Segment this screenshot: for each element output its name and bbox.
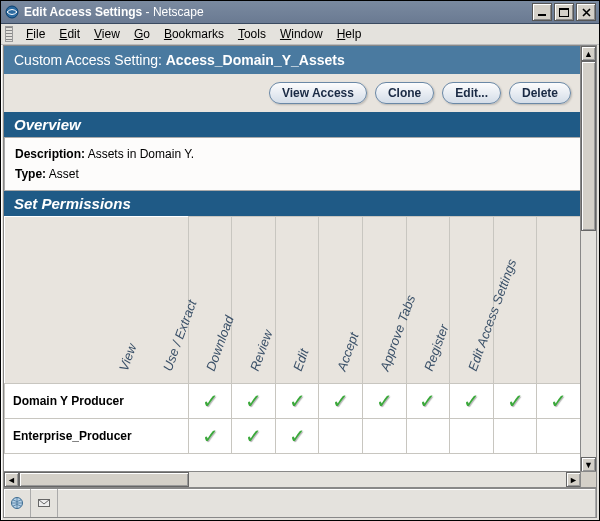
checkmark-icon: ✓ bbox=[202, 390, 219, 412]
perm-cell bbox=[537, 419, 581, 454]
window-buttons bbox=[532, 3, 596, 21]
perm-cell: ✓ bbox=[319, 384, 363, 419]
close-button[interactable] bbox=[576, 3, 596, 21]
checkmark-icon: ✓ bbox=[289, 390, 306, 412]
perm-row-name: Domain Y Producer bbox=[5, 384, 189, 419]
scroll-left-arrow[interactable]: ◄ bbox=[4, 472, 19, 487]
description-label: Description: bbox=[15, 147, 85, 161]
perm-cell: ✓ bbox=[275, 419, 319, 454]
mail-icon bbox=[37, 496, 51, 510]
edit-button[interactable]: Edit... bbox=[442, 82, 501, 104]
svg-rect-3 bbox=[559, 8, 569, 10]
scroll-down-arrow[interactable]: ▼ bbox=[581, 457, 596, 472]
window-title-text: Edit Access Settings bbox=[24, 5, 142, 19]
netscape-icon bbox=[5, 5, 19, 19]
checkmark-icon: ✓ bbox=[245, 425, 262, 447]
menu-edit[interactable]: Edit bbox=[52, 26, 87, 42]
menu-view[interactable]: View bbox=[87, 26, 127, 42]
type-label: Type: bbox=[15, 167, 46, 181]
page-header-label: Custom Access Setting: bbox=[14, 52, 166, 68]
status-cell-wide bbox=[58, 489, 596, 517]
action-button-row: View Access Clone Edit... Delete bbox=[4, 74, 581, 112]
perm-cell bbox=[493, 419, 537, 454]
horizontal-scrollbar[interactable]: ◄ ► bbox=[4, 471, 581, 487]
titlebar: Edit Access Settings - Netscape bbox=[1, 1, 599, 24]
svg-rect-1 bbox=[538, 14, 546, 16]
perm-col-edit-access-settings: Edit Access Settings bbox=[537, 217, 581, 384]
permissions-table: ViewUse / ExtractDownloadReviewEditAccep… bbox=[4, 216, 581, 454]
window-title: Edit Access Settings - Netscape bbox=[24, 5, 204, 19]
overview-description-row: Description: Assets in Domain Y. bbox=[15, 144, 570, 164]
scroll-corner bbox=[580, 471, 596, 487]
vscroll-thumb[interactable] bbox=[581, 61, 596, 231]
maximize-button[interactable] bbox=[554, 3, 574, 21]
view-access-button[interactable]: View Access bbox=[269, 82, 367, 104]
perm-cell bbox=[363, 419, 407, 454]
checkmark-icon: ✓ bbox=[245, 390, 262, 412]
checkmark-icon: ✓ bbox=[507, 390, 524, 412]
menu-bookmarks[interactable]: Bookmarks bbox=[157, 26, 231, 42]
minimize-button[interactable] bbox=[532, 3, 552, 21]
content-area: Custom Access Setting: Access_Domain_Y_A… bbox=[3, 45, 597, 488]
svg-point-0 bbox=[6, 6, 18, 18]
set-permissions-header: Set Permissions bbox=[4, 191, 581, 216]
perm-row-name: Enterprise_Producer bbox=[5, 419, 189, 454]
globe-icon bbox=[10, 496, 24, 510]
menubar: FileEditViewGoBookmarksToolsWindowHelp bbox=[1, 24, 599, 45]
checkmark-icon: ✓ bbox=[550, 390, 567, 412]
hscroll-thumb[interactable] bbox=[19, 472, 189, 487]
checkmark-icon: ✓ bbox=[332, 390, 349, 412]
perm-cell bbox=[406, 419, 450, 454]
checkmark-icon: ✓ bbox=[463, 390, 480, 412]
description-value: Assets in Domain Y. bbox=[85, 147, 194, 161]
checkmark-icon: ✓ bbox=[419, 390, 436, 412]
perm-cell: ✓ bbox=[450, 384, 494, 419]
table-row: Enterprise_Producer✓✓✓ bbox=[5, 419, 581, 454]
status-cell-1 bbox=[4, 489, 31, 517]
perm-cell: ✓ bbox=[493, 384, 537, 419]
overview-type-row: Type: Asset bbox=[15, 164, 570, 184]
overview-box: Description: Assets in Domain Y. Type: A… bbox=[4, 137, 581, 191]
menubar-grip[interactable] bbox=[5, 26, 13, 42]
checkmark-icon: ✓ bbox=[202, 425, 219, 447]
statusbar bbox=[3, 488, 597, 518]
perm-cell: ✓ bbox=[188, 419, 232, 454]
perm-cell: ✓ bbox=[188, 384, 232, 419]
table-row: Domain Y Producer✓✓✓✓✓✓✓✓✓ bbox=[5, 384, 581, 419]
perm-cell: ✓ bbox=[537, 384, 581, 419]
menu-file[interactable]: File bbox=[19, 26, 52, 42]
clone-button[interactable]: Clone bbox=[375, 82, 434, 104]
menu-window[interactable]: Window bbox=[273, 26, 330, 42]
window-app-name: - Netscape bbox=[142, 5, 203, 19]
perm-cell bbox=[319, 419, 363, 454]
perm-cell: ✓ bbox=[275, 384, 319, 419]
type-value: Asset bbox=[46, 167, 79, 181]
menu-tools[interactable]: Tools bbox=[231, 26, 273, 42]
delete-button[interactable]: Delete bbox=[509, 82, 571, 104]
scroll-up-arrow[interactable]: ▲ bbox=[581, 46, 596, 61]
perm-cell bbox=[450, 419, 494, 454]
app-window: Edit Access Settings - Netscape FileEdit… bbox=[0, 0, 600, 521]
perm-cell: ✓ bbox=[232, 384, 276, 419]
status-cell-2 bbox=[31, 489, 58, 517]
checkmark-icon: ✓ bbox=[289, 425, 306, 447]
perm-cell: ✓ bbox=[363, 384, 407, 419]
perm-cell: ✓ bbox=[232, 419, 276, 454]
checkmark-icon: ✓ bbox=[376, 390, 393, 412]
menu-help[interactable]: Help bbox=[330, 26, 369, 42]
perm-cell: ✓ bbox=[406, 384, 450, 419]
overview-header: Overview bbox=[4, 112, 581, 137]
menu-go[interactable]: Go bbox=[127, 26, 157, 42]
content-inner: Custom Access Setting: Access_Domain_Y_A… bbox=[4, 46, 581, 472]
vertical-scrollbar[interactable]: ▲ ▼ bbox=[580, 46, 596, 472]
page-header: Custom Access Setting: Access_Domain_Y_A… bbox=[4, 46, 581, 74]
scroll-right-arrow[interactable]: ► bbox=[566, 472, 581, 487]
page-header-name: Access_Domain_Y_Assets bbox=[166, 52, 345, 68]
